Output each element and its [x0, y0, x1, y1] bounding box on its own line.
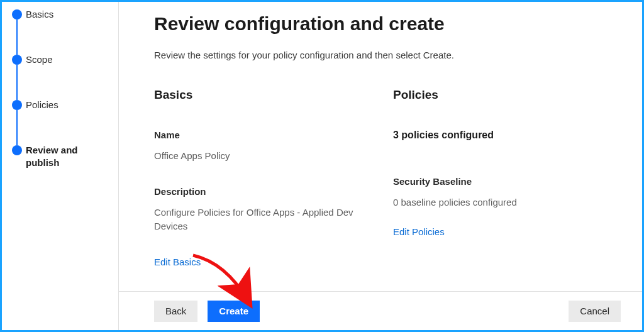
step-dot-icon — [12, 100, 22, 110]
step-connector — [16, 110, 18, 145]
viewport: Basics Scope Policies Review and publish… — [0, 0, 644, 332]
main-pane: Review configuration and create Review t… — [119, 2, 642, 330]
policies-configured-count: 3 policies configured — [393, 130, 607, 141]
policies-heading: Policies — [393, 88, 607, 102]
step-connector — [16, 65, 18, 100]
step-dot-icon — [12, 9, 22, 19]
step-label: Basics — [26, 8, 53, 21]
page-subtitle: Review the settings for your policy conf… — [154, 50, 607, 60]
cancel-button[interactable]: Cancel — [569, 301, 621, 322]
content-scroll[interactable]: Review configuration and create Review t… — [119, 2, 642, 291]
step-dot-icon — [12, 55, 22, 65]
edit-policies-link[interactable]: Edit Policies — [393, 226, 445, 237]
name-label: Name — [154, 130, 368, 140]
step-basics[interactable]: Basics — [7, 8, 118, 53]
create-button[interactable]: Create — [208, 301, 260, 322]
step-label: Scope — [26, 53, 53, 66]
step-connector — [16, 19, 18, 55]
step-label: Policies — [26, 99, 58, 111]
wizard-steps-nav: Basics Scope Policies Review and publish — [2, 2, 119, 330]
step-policies[interactable]: Policies — [7, 99, 118, 144]
description-value: Configure Policies for Office Apps - App… — [154, 206, 368, 234]
basics-section: Basics Name Office Apps Policy Descripti… — [154, 88, 368, 268]
edit-basics-link[interactable]: Edit Basics — [154, 257, 201, 267]
step-scope[interactable]: Scope — [7, 53, 118, 99]
step-dot-icon — [12, 145, 22, 155]
basics-heading: Basics — [154, 88, 368, 102]
security-baseline-label: Security Baseline — [393, 176, 607, 187]
page-title: Review configuration and create — [154, 13, 607, 35]
step-review-publish[interactable]: Review and publish — [7, 144, 118, 175]
name-value: Office Apps Policy — [154, 149, 368, 163]
footer-actions: Back Create Cancel — [119, 291, 642, 330]
step-label: Review and publish — [26, 144, 111, 170]
back-button[interactable]: Back — [154, 301, 197, 322]
security-baseline-value: 0 baseline policies configured — [393, 197, 607, 208]
description-label: Description — [154, 186, 368, 197]
policies-section: Policies 3 policies configured Security … — [393, 88, 607, 268]
